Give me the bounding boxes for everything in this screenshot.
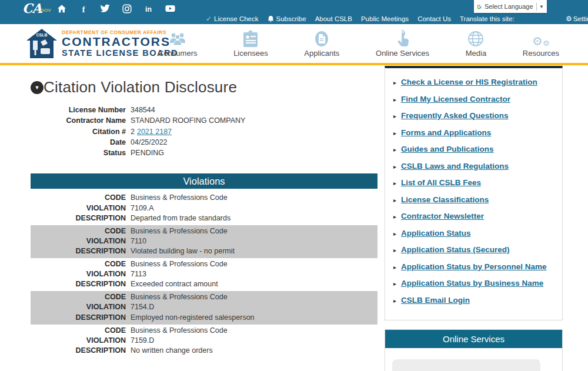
code-label: CODE — [31, 226, 131, 236]
code-value: Business & Professions Code — [131, 292, 228, 302]
linkedin-icon[interactable]: in — [143, 4, 153, 14]
sidebar-link-label: Application Status by Business Name — [401, 279, 543, 288]
sidebar-link-newsletter[interactable]: ▸Contractor Newsletter — [393, 212, 556, 220]
sidebar-link-laws[interactable]: ▸CSLB Laws and Regulations — [393, 162, 556, 171]
nav-item-consumers[interactable]: Consumers — [156, 29, 199, 58]
detail-row-license-number: License Number 348544 — [31, 105, 377, 115]
sidebar-link-faq[interactable]: ▸Frequently Asked Questions — [393, 111, 556, 120]
code-value: Business & Professions Code — [131, 226, 228, 236]
about-cslb-link[interactable]: About CSLB — [315, 15, 352, 22]
sidebar-link-label: CSLB Email Login — [401, 296, 470, 305]
facebook-icon[interactable]: f — [78, 4, 88, 14]
sidebar-link-guides[interactable]: ▸Guides and Publications — [393, 145, 556, 153]
nav-label-applicants: Applicants — [304, 49, 339, 58]
subscribe-link[interactable]: Subscribe — [268, 15, 306, 22]
citation-value: 22021 2187 — [131, 126, 172, 137]
description-value: Violated building law - no permit — [131, 246, 235, 256]
contact-us-link[interactable]: Contact Us — [417, 15, 451, 22]
quick-links-box: ▸Check a License or HIS Registration ▸Fi… — [385, 66, 563, 320]
nav-label-resources: Resources — [523, 49, 559, 58]
description-value: Departed from trade standards — [131, 213, 230, 223]
nav-item-licensees[interactable]: Licensees — [231, 29, 270, 58]
svg-text:f: f — [82, 5, 85, 14]
people-icon — [168, 29, 187, 47]
chevron-down-icon: ▼ — [539, 4, 544, 9]
sidebar-link-app-status[interactable]: ▸Application Status — [393, 229, 556, 238]
sidebar-link-classifications[interactable]: ▸License Classifications — [393, 195, 556, 204]
nav-label-resources: Media — [466, 49, 486, 58]
svg-text:in: in — [145, 5, 152, 13]
online-services-box: Online Services — [385, 329, 563, 371]
detail-label: Contractor Name — [31, 115, 131, 126]
sidebar-link-forms[interactable]: ▸Forms and Applications — [393, 128, 556, 137]
sidebar-link-label: Frequently Asked Questions — [401, 111, 509, 120]
citation-link[interactable]: 2021 2187 — [137, 128, 172, 136]
arrow-right-icon: ▸ — [393, 79, 396, 86]
code-value: Business & Professions Code — [131, 326, 228, 336]
public-meetings-label: Public Meetings — [361, 15, 409, 22]
twitter-icon[interactable] — [100, 4, 110, 14]
sidebar-link-email-login[interactable]: ▸CSLB Email Login — [393, 296, 556, 305]
sidebar-link-app-status-secured[interactable]: ▸Application Status (Secured) — [393, 245, 556, 254]
public-meetings-link[interactable]: Public Meetings — [361, 15, 409, 22]
translate-label: Translate this site: — [460, 15, 514, 22]
description-value: No written change orders — [131, 346, 213, 356]
toggle-glyph: ▼ — [35, 85, 40, 91]
violation-value: 7154.D — [131, 302, 154, 312]
code-label: CODE — [31, 193, 131, 203]
arrow-right-icon: ▸ — [393, 230, 396, 237]
main-navigation: Consumers Licensees Applicants Online Se… — [156, 24, 562, 63]
right-sidebar: ▸Check a License or HIS Registration ▸Fi… — [385, 66, 563, 371]
violation-value: 7110 — [131, 236, 146, 246]
nav-item-resources[interactable]: ⚙⚙ Resources — [520, 29, 562, 58]
sidebar-link-app-status-business[interactable]: ▸Application Status by Business Name — [393, 279, 556, 288]
select-language-dropdown[interactable]: Select Language ▼ — [474, 0, 547, 13]
description-label: DESCRIPTION — [31, 346, 131, 356]
sidebar-link-label: List of All CSLB Fees — [401, 178, 481, 187]
sidebar-link-label: Guides and Publications — [401, 145, 494, 153]
violation-block: CODEBusiness & Professions Code VIOLATIO… — [31, 192, 377, 225]
online-services-image[interactable] — [392, 359, 540, 371]
status-value: PENDING — [131, 148, 164, 158]
nav-item-applicants[interactable]: Applicants — [302, 29, 342, 58]
arrow-right-icon: ▸ — [393, 96, 396, 103]
social-icon-row: f in — [56, 4, 175, 14]
bell-icon — [268, 15, 274, 22]
code-label: CODE — [31, 259, 131, 269]
nav-item-media[interactable]: Media — [463, 29, 489, 58]
home-icon[interactable] — [56, 4, 66, 14]
sidebar-link-fees[interactable]: ▸List of All CSLB Fees — [393, 178, 556, 187]
main-content: ▼ Citation Violation Disclosure License … — [0, 65, 385, 357]
youtube-icon[interactable] — [165, 4, 175, 14]
violation-block: CODEBusiness & Professions Code VIOLATIO… — [31, 325, 377, 357]
sidebar-link-check-license[interactable]: ▸Check a License or HIS Registration — [393, 78, 556, 86]
description-value: Exceeded contract amount — [131, 279, 218, 289]
detail-label: License Number — [31, 105, 131, 115]
collapse-toggle-icon[interactable]: ▼ — [31, 81, 44, 94]
sidebar-link-label: Application Status by Personnel Name — [401, 262, 547, 271]
ca-gov-logo[interactable]: CA.GOV — [22, 1, 54, 16]
site-header: CSLB DEPARTMENT OF CONSUMER AFFAIRS CONT… — [0, 24, 588, 63]
translate-text: Translate this site: — [460, 15, 514, 22]
violation-label: VIOLATION — [31, 236, 131, 246]
violations-header: Violations — [31, 173, 377, 189]
violation-block: CODEBusiness & Professions Code VIOLATIO… — [31, 225, 377, 258]
description-label: DESCRIPTION — [31, 279, 131, 289]
sidebar-link-find-contractor[interactable]: ▸Find My Licensed Contractor — [393, 95, 556, 103]
violation-value: 7109.A — [131, 203, 154, 213]
arrow-right-icon: ▸ — [393, 247, 396, 253]
nav-item-online-services[interactable]: Online Services — [373, 29, 432, 58]
contractor-name-value: STANDARD ROOFING COMPANY — [131, 115, 245, 126]
settings-button[interactable]: ⚙Settings — [566, 15, 588, 23]
violation-label: VIOLATION — [31, 203, 131, 213]
violation-value: 7113 — [131, 269, 146, 279]
license-check-link[interactable]: ✓License Check — [206, 15, 259, 23]
arrow-right-icon: ▸ — [393, 213, 396, 220]
document-icon — [313, 29, 330, 47]
sidebar-link-app-status-personnel[interactable]: ▸Application Status by Personnel Name — [393, 262, 556, 271]
violation-block: CODEBusiness & Professions Code VIOLATIO… — [31, 291, 377, 324]
cslb-house-icon: CSLB — [26, 29, 57, 58]
detail-row-date: Date 04/25/2022 — [31, 137, 377, 148]
instagram-icon[interactable] — [122, 4, 132, 14]
detail-row-contractor-name: Contractor Name STANDARD ROOFING COMPANY — [31, 115, 377, 126]
